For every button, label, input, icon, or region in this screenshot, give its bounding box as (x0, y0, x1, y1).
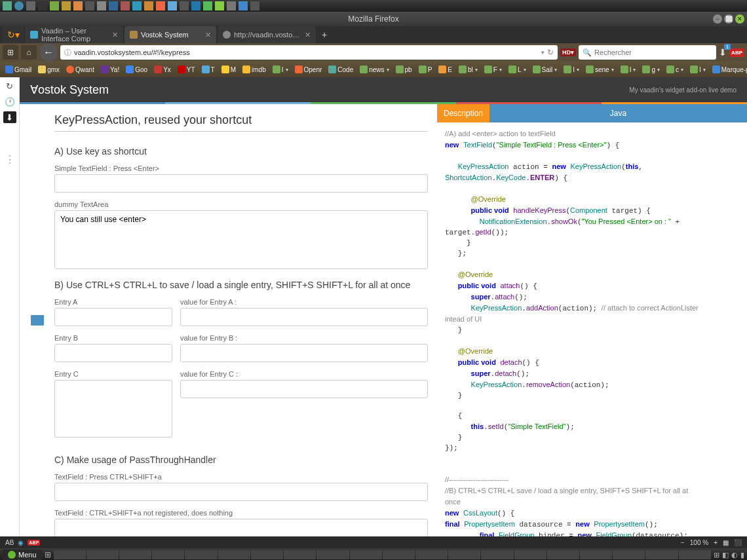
unregistered-input[interactable] (54, 519, 428, 536)
taskbar-tray-icon[interactable]: ⊞ (714, 551, 719, 559)
system-tray-icon[interactable] (121, 1, 130, 10)
bookmark-item[interactable]: Openr (292, 64, 325, 75)
sidebar-toggle-button[interactable]: ⊞ (3, 45, 18, 60)
system-tray-icon[interactable] (250, 1, 259, 10)
browser-tab[interactable]: Vaadin – User Interface Comp ✕ (25, 26, 123, 43)
back-button[interactable]: ← (39, 43, 58, 62)
bookmark-folder[interactable]: I▾ (687, 64, 708, 75)
simple-textfield-input[interactable] (54, 174, 428, 193)
tab-close-icon[interactable]: ✕ (205, 31, 211, 39)
bookmark-folder[interactable]: c▾ (664, 64, 686, 75)
url-input[interactable] (74, 48, 539, 56)
ctrl-shift-a-input[interactable] (54, 483, 428, 501)
entry-c-input[interactable] (54, 380, 172, 438)
home-button[interactable]: ⌂ (21, 45, 37, 60)
value-c-input[interactable] (180, 380, 428, 398)
show-desktop-button[interactable]: ⊞ (45, 550, 51, 559)
browser-tab[interactable]: http://vaadin.vostoksystem.eu ✕ (218, 26, 316, 43)
bookmark-item[interactable]: YT (175, 64, 198, 75)
tab-close-icon[interactable]: ✕ (112, 31, 118, 39)
bookmark-folder[interactable]: F▾ (482, 64, 505, 75)
system-tray-icon[interactable] (168, 1, 177, 10)
tab-java[interactable]: Java (489, 104, 747, 122)
new-tab-button[interactable]: + (317, 26, 332, 43)
browser-tab-active[interactable]: Vostok System ✕ (125, 26, 216, 43)
status-icon[interactable]: ⬛ (734, 539, 742, 546)
system-tray-icon[interactable] (191, 1, 201, 10)
system-tray-icon[interactable] (132, 1, 142, 10)
system-tray-icon[interactable] (3, 1, 12, 10)
bookmark-item[interactable]: Qwant (64, 64, 97, 75)
entry-a-input[interactable] (54, 308, 172, 326)
abp-status-icon[interactable]: ABP (28, 540, 40, 546)
abp-icon[interactable]: ABP (729, 48, 744, 57)
reload-button[interactable]: ↻ (547, 48, 554, 57)
bookmark-item[interactable]: Code (326, 64, 356, 75)
bookmark-folder[interactable]: pb (393, 64, 415, 75)
bookmark-folder[interactable]: bl▾ (456, 64, 480, 75)
address-bar[interactable]: ⓘ ▾ ↻ (60, 45, 558, 60)
taskbar-windows[interactable] (54, 550, 711, 559)
bookmark-folder[interactable]: sene▾ (583, 64, 617, 75)
bookmark-item[interactable]: Gmail (3, 64, 34, 75)
system-tray-icon[interactable] (227, 1, 236, 10)
bookmark-item[interactable]: E (436, 64, 455, 75)
system-tray-icon[interactable] (62, 1, 71, 10)
bookmark-item[interactable]: Yx (151, 64, 174, 75)
addon-icon[interactable]: ↻ (4, 80, 16, 92)
os-menu-button[interactable]: Menu (3, 550, 42, 560)
hd-badge-icon[interactable]: HD▾ (560, 48, 576, 56)
zoom-in-button[interactable]: + (714, 539, 718, 546)
bookmark-folder[interactable]: L▾ (506, 64, 529, 75)
sync-icon[interactable]: ◉ (18, 539, 24, 546)
system-tray-icon[interactable] (26, 1, 35, 10)
firefox-menu-button[interactable]: ↻▾ (3, 26, 24, 43)
addon-icon[interactable]: ⋮ (4, 153, 16, 165)
taskbar-tray-icon[interactable]: ▮ (740, 551, 744, 559)
downloads-button[interactable]: ⬇ 1 (719, 47, 727, 58)
identity-icon[interactable]: ⓘ (64, 48, 71, 58)
window-minimize-button[interactable]: − (713, 14, 722, 24)
addon-icon[interactable]: ⬇ (3, 111, 16, 123)
history-dropdown-icon[interactable]: ▾ (541, 49, 545, 56)
system-tray-icon[interactable] (180, 1, 189, 10)
addon-icon[interactable]: 🕐 (4, 96, 16, 107)
code-viewer[interactable]: //A) add <enter> action to textField new… (437, 122, 747, 536)
bookmark-folder[interactable]: I▾ (618, 64, 639, 75)
system-tray-icon[interactable] (239, 1, 248, 10)
bookmark-folder[interactable]: news▾ (357, 64, 391, 75)
bookmark-item[interactable]: Goo (123, 64, 150, 75)
value-b-input[interactable] (180, 344, 428, 362)
system-tray-icon[interactable] (50, 1, 59, 10)
value-a-input[interactable] (180, 308, 428, 326)
bookmark-folder[interactable]: g▾ (640, 64, 662, 75)
system-tray-icon[interactable] (38, 1, 47, 10)
system-tray-icon[interactable] (156, 1, 165, 10)
bookmark-folder[interactable]: I▾ (270, 64, 291, 75)
system-tray-icon[interactable] (215, 1, 224, 10)
menu-grid-icon[interactable] (31, 315, 44, 326)
system-tray-icon[interactable] (73, 1, 83, 10)
window-maximize-button[interactable]: ⬜ (724, 14, 733, 24)
bookmark-folder[interactable]: Sail▾ (530, 64, 560, 75)
entry-b-input[interactable] (54, 344, 172, 362)
system-tray-icon[interactable] (97, 1, 106, 10)
bookmark-item[interactable]: imdb (240, 64, 269, 75)
bookmark-item[interactable]: Marque-pages (710, 64, 747, 75)
tab-description[interactable]: Description (437, 104, 489, 122)
zoom-out-button[interactable]: − (681, 539, 685, 546)
status-icon[interactable]: ▦ (723, 539, 729, 546)
system-tray-icon[interactable] (203, 1, 212, 10)
bookmark-folder[interactable]: I▾ (561, 64, 582, 75)
bookmark-item[interactable]: gmx (35, 64, 62, 75)
window-close-button[interactable]: ✕ (735, 14, 744, 24)
bookmark-item[interactable]: T (199, 64, 218, 75)
bookmark-item[interactable]: M (219, 64, 239, 75)
bookmark-item[interactable]: Ya! (98, 64, 122, 75)
system-tray-icon[interactable] (14, 1, 24, 10)
search-input[interactable] (594, 48, 712, 56)
taskbar-tray-icon[interactable]: ◐ (731, 551, 738, 559)
system-tray-icon[interactable] (109, 1, 118, 10)
dummy-textarea[interactable]: You can still use <enter> (54, 210, 428, 269)
search-bar[interactable]: 🔍 (579, 45, 716, 60)
